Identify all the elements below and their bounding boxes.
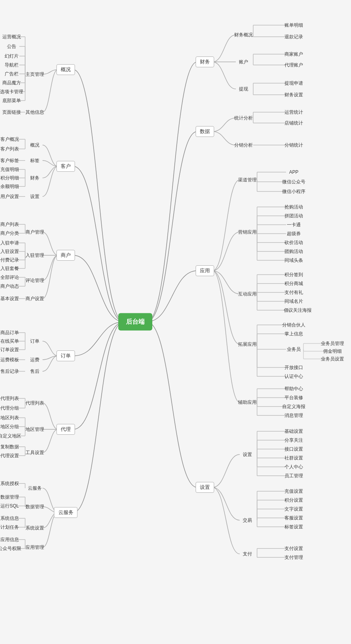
node-同域头条: 同域头条 — [285, 257, 303, 264]
node-充值明细: 充值明细 — [0, 166, 19, 173]
node-后台端: 后台端 — [118, 313, 152, 331]
node-代理: 代理 — [56, 424, 75, 435]
node-数据管理: 数据管理 — [0, 494, 19, 501]
node-底部菜单: 底部菜单 — [2, 97, 21, 104]
node-接口设置: 接口设置 — [285, 446, 303, 453]
node-基础设置: 基础设置 — [285, 428, 303, 435]
node-微信公众号: 微信公众号 — [282, 179, 305, 185]
node-财务设置: 财务设置 — [285, 92, 303, 98]
node-标签: 标签 — [30, 157, 39, 164]
node-支付有礼: 支付有礼 — [285, 289, 303, 296]
node-云服务: 云服务 — [28, 485, 42, 492]
node-商户动态: 商户动态 — [0, 283, 19, 290]
node-支付管理: 支付管理 — [285, 554, 303, 561]
node-业务员设置: 业务员设置 — [321, 356, 344, 362]
node-客户列表: 客户列表 — [0, 146, 19, 152]
node-售后记录: 售后记录 — [0, 368, 19, 375]
node-主页管理: 主页管理 — [26, 71, 44, 78]
node-代理账户: 代理账户 — [285, 62, 303, 68]
node-业务员: 业务员 — [287, 346, 301, 353]
node-辅助应用: 辅助应用 — [238, 399, 257, 406]
node-售后: 售后 — [30, 368, 39, 375]
node-标签设置: 标签设置 — [285, 524, 303, 530]
node-文字设置: 文字设置 — [285, 506, 303, 512]
node-团购活动: 团购活动 — [285, 248, 303, 255]
node-分销合伙人: 分销合伙人 — [282, 322, 305, 328]
node-客服设置: 客服设置 — [285, 515, 303, 521]
node-代理列表: 代理列表 — [26, 400, 44, 407]
node-分销分析: 分销分析 — [234, 142, 253, 149]
node-砍价活动: 砍价活动 — [285, 239, 303, 246]
node-自定义海报: 自定义海报 — [282, 403, 305, 410]
node-设置: 设置 — [30, 193, 39, 200]
node-运营统计: 运营统计 — [285, 109, 303, 116]
node-设置: 设置 — [243, 451, 252, 458]
node-工具设置: 工具设置 — [26, 449, 44, 456]
node-商品魔方: 商品魔方 — [2, 80, 21, 86]
node-商户管理: 商户管理 — [26, 229, 44, 236]
node-订单设置: 订单设置 — [0, 347, 19, 353]
node-业务员管理: 业务员管理 — [321, 340, 344, 347]
node-公众号权限: 公众号权限 — [0, 545, 21, 552]
node-地区管理: 地区管理 — [26, 426, 44, 433]
node-全部评论: 全部评论 — [0, 274, 19, 281]
node-其他信息: 其他信息 — [26, 109, 44, 116]
node-自定义地区: 自定义地区 — [0, 433, 21, 439]
node-基本设置: 基本设置 — [0, 296, 19, 302]
node-积分商城: 积分商城 — [285, 280, 303, 287]
node-分销统计: 分销统计 — [285, 142, 303, 149]
node-店铺统计: 店铺统计 — [285, 120, 303, 126]
node-概况: 概况 — [30, 142, 39, 149]
node-提现: 提现 — [239, 86, 248, 92]
node-选项卡管理: 选项卡管理 — [0, 89, 23, 95]
node-应用信息: 应用信息 — [0, 536, 19, 543]
node-平台装修: 平台装修 — [285, 395, 303, 401]
node-渠道管理: 渠道管理 — [238, 177, 257, 183]
node-云服务: 云服务 — [54, 507, 78, 518]
node-入驻管理: 入驻管理 — [26, 252, 44, 259]
node-商户分类: 商户分类 — [0, 230, 19, 237]
node-同域名片: 同域名片 — [285, 298, 303, 305]
node-系统授权: 系统授权 — [0, 480, 19, 487]
node-积分签到: 积分签到 — [285, 272, 303, 278]
mindmap-container: 后台端财务财务概况账单明细退款记录账户商家账户代理账户提现提现申请财务设置数据统… — [0, 0, 351, 644]
node-幻灯片: 幻灯片 — [5, 53, 19, 60]
node-系统设置: 系统设置 — [26, 525, 44, 531]
node-客户: 客户 — [56, 161, 75, 172]
node-应用: 应用 — [196, 265, 214, 276]
node-一卡通: 一卡通 — [287, 222, 301, 228]
node-数据: 数据 — [196, 126, 214, 137]
node-消息管理: 消息管理 — [285, 412, 303, 419]
node-地区分组: 地区分组 — [0, 424, 19, 430]
node-超级券: 超级券 — [287, 231, 301, 237]
node-财务: 财务 — [196, 56, 214, 67]
node-积分明细: 积分明细 — [0, 175, 19, 181]
node-支付: 支付 — [243, 551, 252, 557]
node-商家账户: 商家账户 — [285, 51, 303, 58]
node-分享关注: 分享关注 — [285, 437, 303, 444]
node-订单: 订单 — [30, 338, 39, 345]
node-客户概况: 客户概况 — [0, 136, 19, 143]
node-财务: 财务 — [30, 175, 39, 181]
node-代理设置: 代理设置 — [0, 453, 19, 459]
node-运费: 运费 — [30, 357, 39, 363]
node-入驻设置: 入驻设置 — [0, 248, 19, 255]
node-页面链接: 页面链接 — [2, 109, 21, 116]
node-客户标签: 客户标签 — [0, 157, 19, 164]
node-商户设置: 商户设置 — [26, 296, 44, 302]
node-营销应用: 营销应用 — [238, 229, 257, 236]
node-佣金明细: 佣金明细 — [323, 348, 342, 355]
node-地区列表: 地区列表 — [0, 415, 19, 421]
node-社群设置: 社群设置 — [285, 455, 303, 461]
node-付费记录: 付费记录 — [0, 257, 19, 263]
node-微信小程序: 微信小程序 — [282, 188, 305, 195]
node-代理分组: 代理分组 — [0, 405, 19, 412]
node-商品订单: 商品订单 — [0, 330, 19, 336]
node-退款记录: 退款记录 — [285, 34, 303, 40]
node-在线买单: 在线买单 — [0, 338, 19, 345]
node-拓展应用: 拓展应用 — [238, 341, 257, 348]
node-交易: 交易 — [243, 517, 252, 524]
node-数据管理: 数据管理 — [26, 504, 44, 510]
node-计划任务: 计划任务 — [0, 524, 19, 531]
node-拼团活动: 拼团活动 — [285, 213, 303, 219]
